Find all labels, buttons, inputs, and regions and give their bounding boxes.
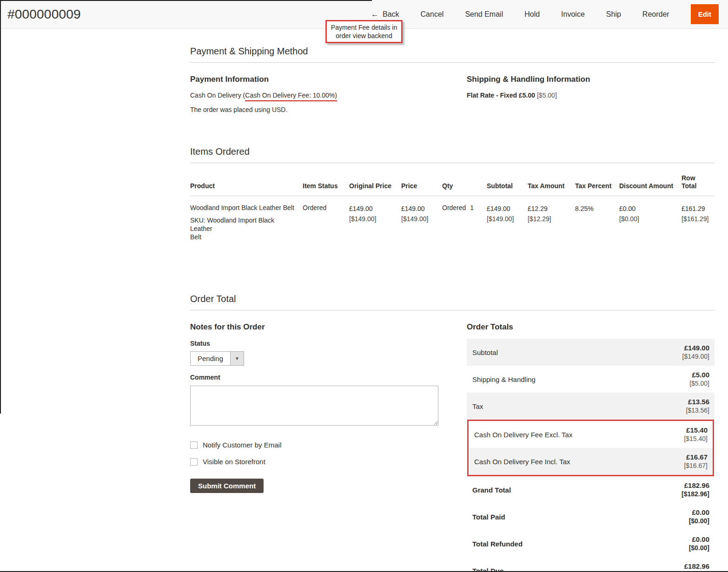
divider bbox=[190, 163, 715, 163]
column-header-row-total: Row Total bbox=[682, 168, 715, 196]
column-header-tax-percent: Tax Percent bbox=[575, 168, 619, 196]
payment-information-title: Payment Information bbox=[190, 75, 467, 84]
total-row-tax: Tax £13.56[$13.56] bbox=[467, 393, 715, 420]
table-row: Woodland Import Black Leather Belt SKU: … bbox=[190, 196, 715, 242]
cell-subtotal: £149.00 [$149.00] bbox=[487, 196, 528, 242]
shipping-information-block: Shipping & Handling Information Flat Rat… bbox=[467, 63, 715, 120]
order-notes-block: Notes for this Order Status Pending ▼ Co… bbox=[190, 310, 467, 572]
cell-price: £149.00 [$149.00] bbox=[401, 196, 442, 242]
notify-customer-checkbox-label: Notify Customer by Email bbox=[203, 441, 281, 449]
payment-shipping-section: Payment & Shipping Method Payment Inform… bbox=[190, 46, 715, 120]
total-row-cod-fee-incl-tax: Cash On Delivery Fee Incl. Tax £16.67[$1… bbox=[469, 448, 713, 475]
order-totals-block: Order Totals Subtotal £149.00[$149.00] S… bbox=[467, 310, 715, 572]
column-header-original-price: Original Price bbox=[349, 168, 401, 196]
payment-shipping-section-title: Payment & Shipping Method bbox=[190, 46, 715, 57]
visible-storefront-checkbox[interactable] bbox=[190, 458, 198, 466]
visible-storefront-checkbox-label: Visible on Storefront bbox=[203, 458, 265, 466]
page-title: #000000009 bbox=[7, 7, 81, 22]
items-ordered-table: Product Item Status Original Price Price… bbox=[190, 168, 715, 241]
status-label: Status bbox=[190, 340, 467, 347]
total-row-grand-total: Grand Total £182.96[$182.96] bbox=[467, 476, 715, 503]
order-total-section: Order Total Notes for this Order Status … bbox=[190, 294, 715, 572]
total-row-total-refunded: Total Refunded £0.00[$0.00] bbox=[467, 530, 715, 557]
column-header-item-status: Item Status bbox=[303, 168, 349, 196]
order-total-section-title: Order Total bbox=[190, 294, 715, 304]
back-button-label: Back bbox=[383, 10, 399, 18]
items-ordered-section: Items Ordered Product Item Status Origin… bbox=[190, 146, 715, 241]
cell-product: Woodland Import Black Leather Belt SKU: … bbox=[190, 196, 303, 242]
comment-label: Comment bbox=[190, 374, 467, 381]
column-header-subtotal: Subtotal bbox=[487, 168, 528, 196]
annotation-line-2: order view backend bbox=[328, 32, 400, 40]
total-row-subtotal: Subtotal £149.00[$149.00] bbox=[467, 339, 715, 366]
order-totals-title: Order Totals bbox=[467, 322, 715, 332]
column-header-tax-amount: Tax Amount bbox=[528, 168, 575, 196]
status-select-value: Pending bbox=[191, 352, 230, 365]
items-table-header-row: Product Item Status Original Price Price… bbox=[190, 168, 715, 196]
items-ordered-section-title: Items Ordered bbox=[190, 146, 715, 157]
visible-storefront-checkbox-row: Visible on Storefront bbox=[190, 458, 467, 466]
invoice-button[interactable]: Invoice bbox=[561, 10, 585, 19]
cell-tax-percent: 8.25% bbox=[575, 196, 619, 242]
column-header-price: Price bbox=[401, 168, 442, 196]
product-sku: SKU: Woodland Import Black Leather Belt bbox=[190, 216, 297, 241]
shipping-method-line: Flat Rate - Fixed £5.00 [$5.00] bbox=[467, 91, 715, 99]
annotation-line-1: Payment Fee details in bbox=[328, 23, 400, 32]
edit-button[interactable]: Edit bbox=[691, 4, 719, 24]
product-name: Woodland Import Black Leather Belt bbox=[190, 204, 297, 212]
cell-original-price: £149.00 [$149.00] bbox=[349, 196, 401, 242]
send-email-button[interactable]: Send Email bbox=[465, 10, 503, 19]
header-actions: ←Back Cancel Send Email Hold Invoice Shi… bbox=[371, 4, 719, 24]
screenshot-border-left bbox=[0, 0, 1, 414]
reorder-button[interactable]: Reorder bbox=[642, 10, 669, 19]
comment-textarea[interactable] bbox=[190, 386, 438, 426]
total-row-total-due: Total Due £182.96[$182.96] bbox=[467, 557, 715, 572]
total-row-total-paid: Total Paid £0.00[$0.00] bbox=[467, 503, 715, 530]
ship-button[interactable]: Ship bbox=[606, 10, 621, 19]
cell-row-total: £161.29 [$161.29] bbox=[682, 196, 715, 242]
cell-item-status: Ordered bbox=[303, 196, 349, 242]
hold-button[interactable]: Hold bbox=[524, 10, 540, 19]
chevron-down-icon: ▼ bbox=[230, 352, 244, 365]
total-row-shipping-handling: Shipping & Handling £5.00[$5.00] bbox=[467, 366, 715, 393]
order-view-content: Payment & Shipping Method Payment Inform… bbox=[190, 46, 715, 572]
shipping-information-title: Shipping & Handling Information bbox=[467, 75, 715, 84]
total-row-cod-fee-excl-tax: Cash On Delivery Fee Excl. Tax £15.40[$1… bbox=[469, 421, 713, 448]
notify-customer-checkbox-row: Notify Customer by Email bbox=[190, 441, 467, 449]
shipping-method-value: Flat Rate - Fixed £5.00 bbox=[467, 92, 535, 99]
notify-customer-checkbox[interactable] bbox=[190, 441, 198, 449]
cell-tax-amount: £12.29 [$12.29] bbox=[528, 196, 575, 242]
back-button[interactable]: ←Back bbox=[371, 10, 399, 19]
annotation-callout: Payment Fee details in order view backen… bbox=[325, 20, 403, 43]
payment-fee-underlined: Cash On Delivery Fee: 10.00%) bbox=[245, 92, 337, 101]
back-arrow-icon: ← bbox=[371, 10, 379, 19]
column-header-qty: Qty bbox=[442, 168, 487, 196]
notes-title: Notes for this Order bbox=[190, 322, 467, 332]
cod-fee-highlight-box: Cash On Delivery Fee Excl. Tax £15.40[$1… bbox=[467, 420, 714, 476]
submit-comment-button[interactable]: Submit Comment bbox=[190, 479, 264, 493]
payment-method-line: Cash On Delivery (Cash On Delivery Fee: … bbox=[190, 91, 467, 99]
column-header-discount-amount: Discount Amount bbox=[619, 168, 682, 196]
cell-discount-amount: £0.00 [$0.00] bbox=[619, 196, 682, 242]
cell-qty: Ordered1 bbox=[442, 196, 487, 242]
status-select[interactable]: Pending ▼ bbox=[190, 351, 244, 366]
cancel-button[interactable]: Cancel bbox=[421, 10, 444, 19]
payment-information-block: Payment Information Cash On Delivery (Ca… bbox=[190, 63, 467, 120]
screenshot-border-top bbox=[0, 0, 372, 1]
payment-method-prefix: Cash On Delivery ( bbox=[190, 92, 245, 99]
column-header-product: Product bbox=[190, 168, 303, 196]
order-currency-note: The order was placed using USD. bbox=[190, 105, 467, 114]
shipping-method-base-value: [$5.00] bbox=[537, 92, 557, 99]
